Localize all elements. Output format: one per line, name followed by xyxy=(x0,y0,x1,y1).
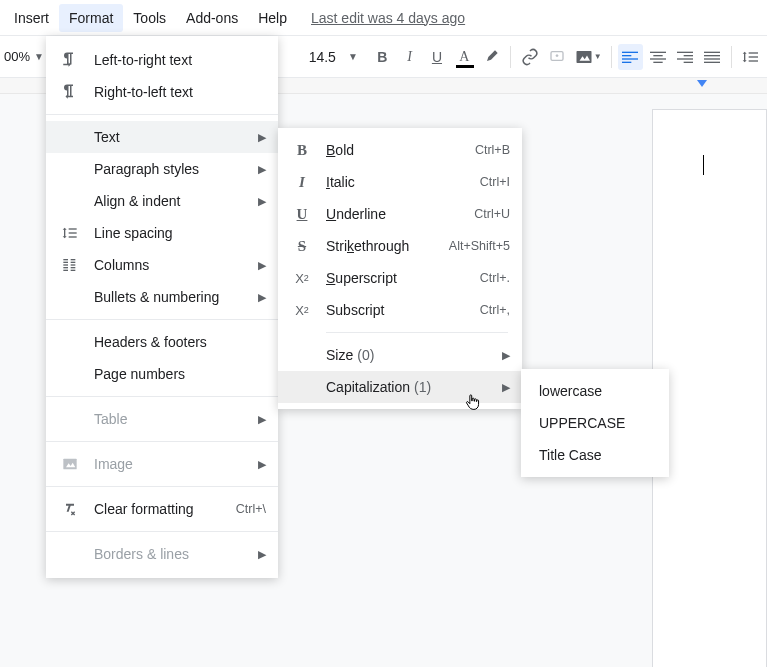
svg-rect-7 xyxy=(650,51,666,52)
svg-rect-6 xyxy=(622,61,631,62)
menu-item-ltr[interactable]: Left-to-right text xyxy=(46,44,278,76)
menu-item-align-indent[interactable]: Align & indent ▶ xyxy=(46,185,278,217)
separator xyxy=(731,46,732,68)
menu-item-text[interactable]: Text ▶ xyxy=(46,121,278,153)
shortcut-label: Ctrl+\ xyxy=(236,502,266,516)
menu-item-label: Title Case xyxy=(539,447,651,463)
menu-item-rtl[interactable]: Right-to-left text xyxy=(46,76,278,108)
highlight-button[interactable] xyxy=(479,44,504,70)
menu-item-italic[interactable]: I Italic Ctrl+I xyxy=(278,166,522,198)
submenu-arrow-icon: ▶ xyxy=(258,291,266,304)
svg-rect-24 xyxy=(69,236,77,237)
menu-item-image[interactable]: Image ▶ xyxy=(46,448,278,480)
menu-help[interactable]: Help xyxy=(248,4,297,32)
shortcut-label: Ctrl+B xyxy=(475,143,510,157)
svg-rect-27 xyxy=(63,264,68,265)
last-edit-link[interactable]: Last edit was 4 days ago xyxy=(311,10,465,26)
insert-image-button[interactable]: ▼ xyxy=(572,44,605,70)
menu-item-bold[interactable]: B Bold Ctrl+B xyxy=(278,134,522,166)
zoom-dropdown[interactable]: 00% ▼ xyxy=(4,49,44,64)
menu-item-page-numbers[interactable]: Page numbers xyxy=(46,358,278,390)
menu-item-paragraph-styles[interactable]: Paragraph styles ▶ xyxy=(46,153,278,185)
comment-button[interactable] xyxy=(544,44,569,70)
menu-item-label: Page numbers xyxy=(94,366,266,382)
svg-rect-32 xyxy=(71,264,76,265)
menu-item-superscript[interactable]: X2 Superscript Ctrl+. xyxy=(278,262,522,294)
menu-item-bullets-numbering[interactable]: Bullets & numbering ▶ xyxy=(46,281,278,313)
text-color-button[interactable]: A xyxy=(452,44,477,70)
svg-rect-4 xyxy=(622,55,631,56)
divider xyxy=(46,486,278,487)
menu-item-label: Paragraph styles xyxy=(94,161,258,177)
svg-rect-33 xyxy=(71,267,76,268)
align-justify-button[interactable] xyxy=(699,44,724,70)
divider xyxy=(46,396,278,397)
menu-item-borders-lines[interactable]: Borders & lines ▶ xyxy=(46,538,278,570)
menubar: Insert Format Tools Add-ons Help Last ed… xyxy=(0,0,767,36)
insert-link-button[interactable] xyxy=(517,44,542,70)
menu-item-size[interactable]: Size(0) ▶ xyxy=(278,339,522,371)
svg-rect-25 xyxy=(63,259,68,260)
shortcut-label: Alt+Shift+5 xyxy=(449,239,510,253)
menu-item-capitalization[interactable]: Capitalization(1) ▶ xyxy=(278,371,522,403)
menu-item-label: Superscript xyxy=(326,270,480,286)
fontsize-dropdown[interactable]: 14.5 ▼ xyxy=(309,49,358,65)
menu-item-table[interactable]: Table ▶ xyxy=(46,403,278,435)
zoom-value: 00% xyxy=(4,49,30,64)
menu-tools[interactable]: Tools xyxy=(123,4,176,32)
bold-button[interactable]: B xyxy=(370,44,395,70)
svg-rect-31 xyxy=(71,262,76,263)
menu-item-lowercase[interactable]: lowercase xyxy=(521,375,669,407)
menu-item-label: Headers & footers xyxy=(94,334,266,350)
italic-button[interactable]: I xyxy=(397,44,422,70)
svg-rect-28 xyxy=(63,267,68,268)
svg-rect-17 xyxy=(704,58,720,59)
menu-insert[interactable]: Insert xyxy=(4,4,59,32)
submenu-arrow-icon: ▶ xyxy=(258,259,266,272)
menu-item-subscript[interactable]: X2 Subscript Ctrl+, xyxy=(278,294,522,326)
svg-rect-20 xyxy=(749,56,758,57)
menu-item-underline[interactable]: U Underline Ctrl+U xyxy=(278,198,522,230)
svg-rect-35 xyxy=(63,459,76,470)
menu-item-clear-formatting[interactable]: Clear formatting Ctrl+\ xyxy=(46,493,278,525)
line-spacing-button[interactable] xyxy=(738,44,763,70)
align-left-button[interactable] xyxy=(618,44,643,70)
menu-item-headers-footers[interactable]: Headers & footers xyxy=(46,326,278,358)
menu-item-label: Size(0) xyxy=(326,347,502,363)
menu-item-uppercase[interactable]: UPPERCASE xyxy=(521,407,669,439)
svg-rect-5 xyxy=(622,58,638,59)
menu-item-titlecase[interactable]: Title Case xyxy=(521,439,669,471)
svg-rect-23 xyxy=(69,232,77,233)
menu-item-line-spacing[interactable]: Line spacing xyxy=(46,217,278,249)
align-center-button[interactable] xyxy=(645,44,670,70)
menu-format[interactable]: Format xyxy=(59,4,123,32)
submenu-arrow-icon: ▶ xyxy=(258,131,266,144)
svg-rect-15 xyxy=(704,51,720,52)
align-right-button[interactable] xyxy=(672,44,697,70)
divider xyxy=(46,441,278,442)
page[interactable] xyxy=(652,109,767,667)
submenu-arrow-icon: ▶ xyxy=(502,349,510,362)
svg-rect-1 xyxy=(576,51,591,63)
rtl-icon xyxy=(60,82,80,102)
menu-item-label: Italic xyxy=(326,174,480,190)
svg-rect-22 xyxy=(69,228,77,229)
line-spacing-icon xyxy=(60,223,80,243)
divider xyxy=(46,531,278,532)
superscript-icon: X2 xyxy=(292,268,312,288)
image-icon xyxy=(60,454,80,474)
menu-item-strikethrough[interactable]: S Strikethrough Alt+Shift+5 xyxy=(278,230,522,262)
shortcut-label: Ctrl+, xyxy=(480,303,510,317)
menu-item-label: Strikethrough xyxy=(326,238,449,254)
menu-item-label: Bullets & numbering xyxy=(94,289,258,305)
bold-icon: B xyxy=(292,140,312,160)
menu-addons[interactable]: Add-ons xyxy=(176,4,248,32)
menu-item-columns[interactable]: Columns ▶ xyxy=(46,249,278,281)
divider xyxy=(326,332,508,333)
separator xyxy=(611,46,612,68)
svg-rect-21 xyxy=(749,60,758,61)
indent-marker-icon[interactable] xyxy=(697,80,707,87)
underline-button[interactable]: U xyxy=(424,44,449,70)
divider xyxy=(46,114,278,115)
shortcut-label: Ctrl+I xyxy=(480,175,510,189)
